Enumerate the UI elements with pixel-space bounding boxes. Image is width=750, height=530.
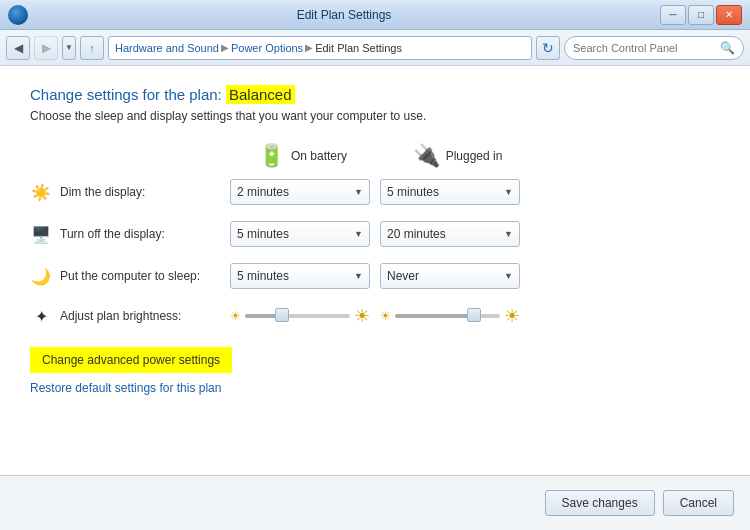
sleep-icon: 🌙 bbox=[30, 267, 52, 286]
breadcrumb-power[interactable]: Power Options bbox=[231, 42, 303, 54]
restore-defaults-link[interactable]: Restore default settings for this plan bbox=[30, 381, 720, 395]
search-box[interactable]: 🔍 bbox=[564, 36, 744, 60]
turn-off-display-row: 🖥️ Turn off the display: 5 minutes ▼ 20 … bbox=[30, 221, 720, 247]
plugged-brightness-thumb[interactable] bbox=[467, 308, 481, 322]
sleep-row: 🌙 Put the computer to sleep: 5 minutes ▼… bbox=[30, 263, 720, 289]
brightness-battery-max-icon: ☀ bbox=[354, 305, 370, 327]
cancel-button[interactable]: Cancel bbox=[663, 490, 734, 516]
nav-dropdown-button[interactable]: ▼ bbox=[62, 36, 76, 60]
dim-plugged-arrow: ▼ bbox=[504, 187, 513, 197]
forward-button[interactable]: ▶ bbox=[34, 36, 58, 60]
dim-display-controls: 2 minutes ▼ 5 minutes ▼ bbox=[230, 179, 520, 205]
brightness-plugged-max-icon: ☀ bbox=[504, 305, 520, 327]
main-content: Change settings for the plan: Balanced C… bbox=[0, 66, 750, 475]
turn-off-display-controls: 5 minutes ▼ 20 minutes ▼ bbox=[230, 221, 520, 247]
page-subtitle: Choose the sleep and display settings th… bbox=[30, 109, 720, 123]
turnoff-plugged-arrow: ▼ bbox=[504, 229, 513, 239]
maximize-button[interactable]: □ bbox=[688, 5, 714, 25]
window-controls: ─ □ ✕ bbox=[660, 5, 742, 25]
sleep-plugged-arrow: ▼ bbox=[504, 271, 513, 281]
brightness-controls: ☀ ☀ ☀ ☀ bbox=[230, 305, 520, 327]
change-advanced-settings-button[interactable]: Change advanced power settings bbox=[30, 347, 232, 373]
links-section: Change advanced power settings Restore d… bbox=[30, 347, 720, 395]
window-title: Edit Plan Settings bbox=[28, 8, 660, 22]
page-title: Change settings for the plan: Balanced bbox=[30, 86, 720, 103]
battery-label: On battery bbox=[291, 149, 347, 163]
plugged-brightness-slider[interactable] bbox=[395, 308, 500, 324]
pluggedin-icon: 🔌 bbox=[413, 143, 440, 169]
dim-battery-value: 2 minutes bbox=[237, 185, 289, 199]
save-changes-button[interactable]: Save changes bbox=[545, 490, 655, 516]
turnoff-battery-value: 5 minutes bbox=[237, 227, 289, 241]
dim-display-row: ☀️ Dim the display: 2 minutes ▼ 5 minute… bbox=[30, 179, 720, 205]
up-button[interactable]: ↑ bbox=[80, 36, 104, 60]
brightness-plugged-min-icon: ☀ bbox=[380, 309, 391, 323]
minimize-button[interactable]: ─ bbox=[660, 5, 686, 25]
pluggedin-label: Plugged in bbox=[446, 149, 503, 163]
battery-brightness-thumb[interactable] bbox=[275, 308, 289, 322]
app-icon bbox=[8, 5, 28, 25]
go-button[interactable]: ↻ bbox=[536, 36, 560, 60]
column-headers: 🔋 On battery 🔌 Plugged in bbox=[230, 143, 720, 169]
turnoff-battery-dropdown[interactable]: 5 minutes ▼ bbox=[230, 221, 370, 247]
battery-icon: 🔋 bbox=[258, 143, 285, 169]
back-button[interactable]: ◀ bbox=[6, 36, 30, 60]
brightness-row: ✦ Adjust plan brightness: ☀ ☀ ☀ bbox=[30, 305, 720, 327]
brightness-battery-min-icon: ☀ bbox=[230, 309, 241, 323]
battery-column-header: 🔋 On battery bbox=[230, 143, 375, 169]
sleep-battery-dropdown[interactable]: 5 minutes ▼ bbox=[230, 263, 370, 289]
breadcrumb: Hardware and Sound ▶ Power Options ▶ Edi… bbox=[115, 42, 402, 54]
dim-display-label: Dim the display: bbox=[60, 185, 145, 199]
title-bar: Edit Plan Settings ─ □ ✕ bbox=[0, 0, 750, 30]
turn-off-display-label-area: 🖥️ Turn off the display: bbox=[30, 225, 230, 244]
turn-off-display-label: Turn off the display: bbox=[60, 227, 165, 241]
dim-plugged-dropdown[interactable]: 5 minutes ▼ bbox=[380, 179, 520, 205]
brightness-label-area: ✦ Adjust plan brightness: bbox=[30, 307, 230, 326]
battery-brightness-slider[interactable] bbox=[245, 308, 350, 324]
sleep-label: Put the computer to sleep: bbox=[60, 269, 200, 283]
navigation-bar: ◀ ▶ ▼ ↑ Hardware and Sound ▶ Power Optio… bbox=[0, 30, 750, 66]
turnoff-battery-arrow: ▼ bbox=[354, 229, 363, 239]
battery-brightness-slider-group: ☀ ☀ bbox=[230, 305, 370, 327]
sleep-plugged-value: Never bbox=[387, 269, 419, 283]
breadcrumb-hardware[interactable]: Hardware and Sound bbox=[115, 42, 219, 54]
search-input[interactable] bbox=[573, 42, 716, 54]
pluggedin-column-header: 🔌 Plugged in bbox=[385, 143, 530, 169]
sleep-label-area: 🌙 Put the computer to sleep: bbox=[30, 267, 230, 286]
breadcrumb-current: Edit Plan Settings bbox=[315, 42, 402, 54]
close-button[interactable]: ✕ bbox=[716, 5, 742, 25]
brightness-label: Adjust plan brightness: bbox=[60, 309, 181, 323]
brightness-icon: ✦ bbox=[30, 307, 52, 326]
dim-display-label-area: ☀️ Dim the display: bbox=[30, 183, 230, 202]
bottom-bar: Save changes Cancel bbox=[0, 475, 750, 530]
turn-off-icon: 🖥️ bbox=[30, 225, 52, 244]
dim-battery-dropdown[interactable]: 2 minutes ▼ bbox=[230, 179, 370, 205]
sleep-battery-arrow: ▼ bbox=[354, 271, 363, 281]
sleep-controls: 5 minutes ▼ Never ▼ bbox=[230, 263, 520, 289]
turnoff-plugged-dropdown[interactable]: 20 minutes ▼ bbox=[380, 221, 520, 247]
dim-battery-arrow: ▼ bbox=[354, 187, 363, 197]
sleep-battery-value: 5 minutes bbox=[237, 269, 289, 283]
dim-display-icon: ☀️ bbox=[30, 183, 52, 202]
search-icon: 🔍 bbox=[720, 41, 735, 55]
sleep-plugged-dropdown[interactable]: Never ▼ bbox=[380, 263, 520, 289]
plan-name: Balanced bbox=[226, 85, 295, 104]
dim-plugged-value: 5 minutes bbox=[387, 185, 439, 199]
plugged-brightness-slider-group: ☀ ☀ bbox=[380, 305, 520, 327]
address-bar[interactable]: Hardware and Sound ▶ Power Options ▶ Edi… bbox=[108, 36, 532, 60]
turnoff-plugged-value: 20 minutes bbox=[387, 227, 446, 241]
